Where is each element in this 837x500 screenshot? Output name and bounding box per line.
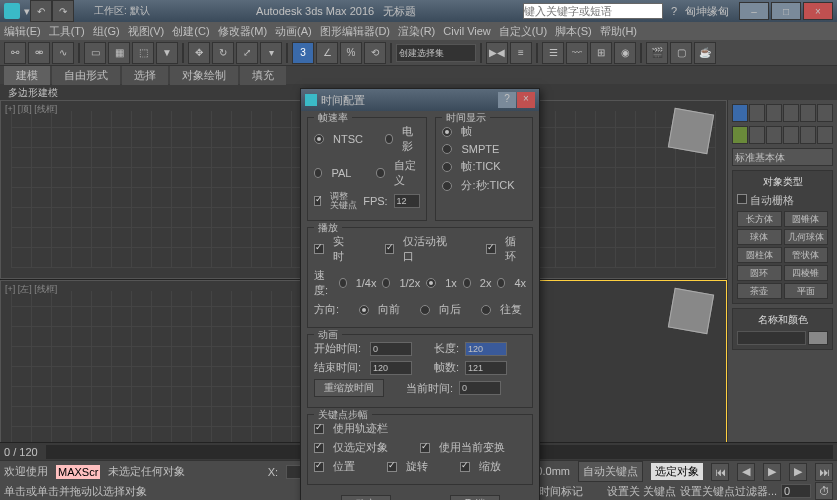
start-time-spinner[interactable]: 0 [370, 342, 412, 356]
lights-icon[interactable] [766, 126, 782, 144]
frame-radio[interactable] [442, 127, 452, 137]
play-icon[interactable]: ▶ [763, 463, 781, 481]
create-tab-icon[interactable] [732, 104, 748, 122]
menu-item[interactable]: 编辑(E) [4, 24, 41, 39]
dir-radio[interactable] [420, 305, 430, 315]
space-warps-icon[interactable] [817, 126, 833, 144]
primitive-button[interactable]: 四棱锥 [784, 265, 829, 281]
redo-icon[interactable]: ↷ [52, 0, 74, 22]
usetrackbar-checkbox[interactable] [314, 424, 324, 434]
primitive-button[interactable]: 茶壶 [737, 283, 782, 299]
render-frame-icon[interactable]: ▢ [670, 42, 692, 64]
display-tab-icon[interactable] [800, 104, 816, 122]
selection-set-dropdown[interactable]: 创建选择集 [396, 44, 476, 62]
pos-checkbox[interactable] [314, 462, 324, 472]
framecount-spinner[interactable]: 121 [465, 361, 507, 375]
menu-item[interactable]: 渲染(R) [398, 24, 435, 39]
menu-item[interactable]: 帮助(H) [600, 24, 637, 39]
tab-freeform[interactable]: 自由形式 [52, 66, 120, 85]
menu-item[interactable]: 工具(T) [49, 24, 85, 39]
dialog-close-button[interactable]: × [517, 92, 535, 108]
hierarchy-tab-icon[interactable] [766, 104, 782, 122]
goto-end-icon[interactable]: ⏭ [815, 463, 833, 481]
speed-radio[interactable] [339, 278, 347, 288]
realtime-checkbox[interactable] [314, 244, 324, 254]
ok-button[interactable]: 确定 [341, 495, 391, 500]
tab-populate[interactable]: 填充 [240, 66, 286, 85]
primitive-button[interactable]: 圆锥体 [784, 211, 829, 227]
pal-radio[interactable] [314, 168, 322, 178]
speed-radio[interactable] [497, 278, 505, 288]
viewcube-icon[interactable] [668, 287, 714, 333]
menu-item[interactable]: 视图(V) [128, 24, 165, 39]
viewcube-icon[interactable] [668, 108, 714, 154]
helpers-icon[interactable] [800, 126, 816, 144]
menu-item[interactable]: 创建(C) [172, 24, 209, 39]
scale-checkbox[interactable] [460, 462, 470, 472]
render-icon[interactable]: ☕ [694, 42, 716, 64]
percent-snap-icon[interactable]: % [340, 42, 362, 64]
custom-radio[interactable] [376, 168, 384, 178]
dialog-titlebar[interactable]: 时间配置 ? × [301, 89, 539, 111]
schematic-icon[interactable]: ⊞ [590, 42, 612, 64]
selected-object-dropdown[interactable]: 选定对象 [651, 463, 703, 480]
object-name-input[interactable] [737, 331, 806, 345]
utilities-tab-icon[interactable] [817, 104, 833, 122]
speed-radio[interactable] [426, 278, 436, 288]
autogrid-checkbox[interactable] [737, 194, 747, 204]
login-label[interactable]: 匈坤缘匈 [685, 4, 729, 19]
prev-frame-icon[interactable]: ◀ [737, 463, 755, 481]
menu-item[interactable]: 动画(A) [275, 24, 312, 39]
primitive-button[interactable]: 长方体 [737, 211, 782, 227]
menu-item[interactable]: Civil View [443, 25, 490, 37]
current-frame-input[interactable]: 0 [781, 484, 811, 498]
menu-item[interactable]: 自定义(U) [499, 24, 547, 39]
move-icon[interactable]: ✥ [188, 42, 210, 64]
film-radio[interactable] [385, 134, 394, 144]
speed-radio[interactable] [382, 278, 390, 288]
menu-item[interactable]: 组(G) [93, 24, 120, 39]
cameras-icon[interactable] [783, 126, 799, 144]
rescale-button[interactable]: 重缩放时间 [314, 379, 384, 397]
geometry-icon[interactable] [732, 126, 748, 144]
snap-icon[interactable]: 3 [292, 42, 314, 64]
color-swatch[interactable] [808, 331, 828, 345]
next-frame-icon[interactable]: ▶ [789, 463, 807, 481]
primitive-button[interactable]: 圆环 [737, 265, 782, 281]
curve-editor-icon[interactable]: 〰 [566, 42, 588, 64]
select-icon[interactable]: ▭ [84, 42, 106, 64]
primitive-button[interactable]: 几何球体 [784, 229, 829, 245]
help-icon[interactable]: ? [671, 5, 677, 17]
primitive-button[interactable]: 平面 [784, 283, 829, 299]
ntsc-radio[interactable] [314, 134, 324, 144]
close-button[interactable]: × [803, 2, 833, 20]
menu-item[interactable]: 图形编辑器(D) [320, 24, 390, 39]
align-icon[interactable]: ≡ [510, 42, 532, 64]
angle-snap-icon[interactable]: ∠ [316, 42, 338, 64]
activevp-checkbox[interactable] [385, 244, 395, 254]
cancel-button[interactable]: 取消 [450, 495, 500, 500]
smpte-radio[interactable] [442, 144, 452, 154]
render-setup-icon[interactable]: 🎬 [646, 42, 668, 64]
menu-item[interactable]: 修改器(M) [218, 24, 268, 39]
keyfilter-button[interactable]: 设置关键点过滤器... [680, 484, 777, 499]
workspace-label[interactable]: 工作区: 默认 [94, 4, 150, 18]
timeconfig-icon[interactable]: ⏱ [815, 482, 833, 500]
length-spinner[interactable]: 120 [465, 342, 507, 356]
tab-paint[interactable]: 对象绘制 [170, 66, 238, 85]
adjust-keys-checkbox[interactable] [314, 196, 321, 206]
primitive-button[interactable]: 球体 [737, 229, 782, 245]
modify-tab-icon[interactable] [749, 104, 765, 122]
loop-checkbox[interactable] [486, 244, 496, 254]
setkey-button[interactable]: 设置关 关键点 [607, 484, 676, 499]
maximize-button[interactable]: □ [771, 2, 801, 20]
rot-checkbox[interactable] [387, 462, 397, 472]
tab-modeling[interactable]: 建模 [4, 66, 50, 85]
rotate-icon[interactable]: ↻ [212, 42, 234, 64]
mstick-radio[interactable] [442, 181, 452, 191]
mirror-icon[interactable]: ▶◀ [486, 42, 508, 64]
select-name-icon[interactable]: ▦ [108, 42, 130, 64]
selonly-checkbox[interactable] [314, 443, 324, 453]
tab-selection[interactable]: 选择 [122, 66, 168, 85]
category-dropdown[interactable]: 标准基本体 [732, 148, 833, 166]
